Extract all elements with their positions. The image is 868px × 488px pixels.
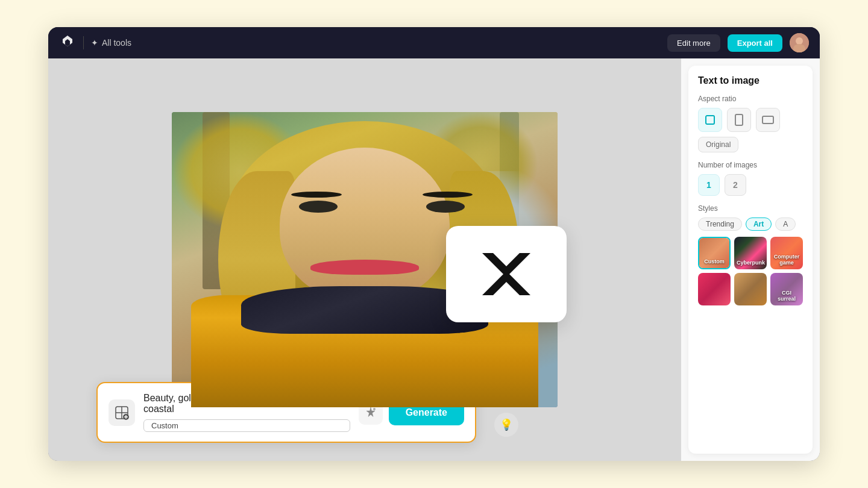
ar-square-button[interactable] bbox=[698, 108, 722, 132]
capcut-floating-logo bbox=[446, 226, 567, 322]
style-thumb-4-label bbox=[698, 301, 731, 303]
style-tag-trending[interactable]: Trending bbox=[698, 217, 742, 231]
style-badge[interactable]: Custom bbox=[143, 419, 350, 432]
num-images-label: Number of images bbox=[698, 161, 803, 169]
style-computergame-label: Computer game bbox=[770, 252, 803, 267]
style-cgi-surreal-thumb[interactable]: CGI surreal bbox=[770, 273, 803, 305]
svg-rect-11 bbox=[735, 114, 743, 125]
style-cyberpunk-thumb[interactable]: Cyberpunk bbox=[734, 237, 767, 269]
num-images-row: 1 2 bbox=[698, 174, 803, 196]
style-cyberpunk-label: Cyberpunk bbox=[734, 258, 767, 267]
num-2-button[interactable]: 2 bbox=[725, 174, 746, 196]
main-content: Beauty, golden long hair, yellow leather… bbox=[48, 58, 820, 461]
style-grid: Custom Cyberpunk Computer game bbox=[698, 237, 803, 305]
aspect-ratio-label: Aspect ratio bbox=[698, 95, 803, 103]
canvas-area: Beauty, golden long hair, yellow leather… bbox=[48, 58, 681, 461]
style-custom-label: Custom bbox=[699, 257, 729, 266]
magic-wand-icon: ✦ bbox=[91, 38, 98, 48]
app-container: ✦ All tools Edit more Export all bbox=[48, 27, 820, 461]
add-image-button[interactable] bbox=[108, 399, 135, 426]
all-tools-label: All tools bbox=[102, 38, 131, 48]
svg-point-9 bbox=[373, 408, 376, 410]
num-1-button[interactable]: 1 bbox=[698, 174, 720, 196]
svg-rect-10 bbox=[706, 116, 714, 124]
export-all-button[interactable]: Export all bbox=[728, 34, 782, 52]
all-tools-nav[interactable]: ✦ All tools bbox=[91, 38, 131, 48]
style-computergame-thumb[interactable]: Computer game bbox=[770, 237, 803, 269]
style-tag-art[interactable]: Art bbox=[746, 217, 772, 231]
edit-more-button[interactable]: Edit more bbox=[667, 34, 720, 52]
style-thumb-4[interactable] bbox=[698, 273, 731, 305]
text-to-image-panel: Text to image Aspect ratio Original Numb… bbox=[688, 66, 813, 454]
styles-label: Styles bbox=[698, 204, 803, 213]
style-tags-row: Trending Art A bbox=[698, 217, 803, 231]
ar-landscape-button[interactable] bbox=[756, 108, 780, 132]
aspect-ratio-row bbox=[698, 108, 803, 132]
nav-divider bbox=[83, 36, 84, 49]
svg-rect-12 bbox=[763, 116, 773, 124]
avatar[interactable] bbox=[790, 33, 809, 52]
right-panel: Text to image Aspect ratio Original Numb… bbox=[681, 58, 820, 461]
ar-portrait-button[interactable] bbox=[727, 108, 751, 132]
style-tag-more[interactable]: A bbox=[775, 217, 796, 231]
panel-title: Text to image bbox=[698, 75, 803, 86]
style-cgi-surreal-label: CGI surreal bbox=[770, 289, 803, 303]
original-button[interactable]: Original bbox=[698, 137, 738, 152]
app-logo[interactable] bbox=[59, 34, 76, 51]
top-nav: ✦ All tools Edit more Export all bbox=[48, 27, 820, 58]
lightbulb-button[interactable]: 💡 bbox=[494, 413, 518, 437]
style-thumb-5[interactable] bbox=[734, 273, 767, 305]
style-thumb-5-label bbox=[734, 301, 767, 303]
svg-point-1 bbox=[796, 37, 803, 45]
style-custom-thumb[interactable]: Custom bbox=[698, 237, 731, 269]
